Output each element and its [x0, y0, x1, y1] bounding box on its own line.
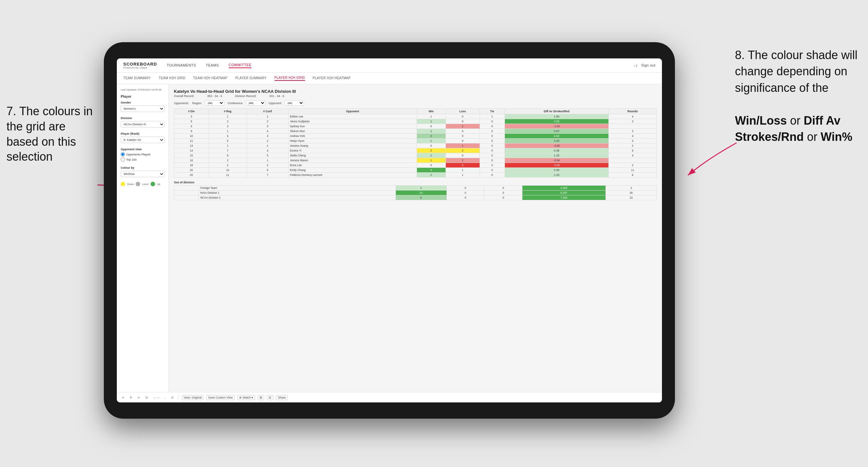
toolbar-share[interactable]: Share [276, 395, 287, 400]
cell-reg: 11 [209, 173, 247, 178]
ood-cell-tie: 0 [485, 186, 522, 190]
sub-nav-team-h2h-grid[interactable]: TEAM H2H GRID [159, 76, 185, 81]
cell-conf: 7 [247, 173, 288, 178]
opponent-view-label: Opponent view [121, 148, 164, 151]
opponent-filter-select[interactable]: (All) [285, 100, 304, 106]
opponent-view-section: Opponent view Opponents Played Top 100 [121, 148, 164, 162]
opponent-view-radio-group: Opponents Played Top 100 [121, 152, 164, 162]
cell-diff: 1.33 [504, 173, 609, 178]
cell-diff: 1.50 [504, 114, 609, 119]
cell-loss: 1 [445, 124, 479, 129]
cell-div: 10 [174, 134, 209, 138]
sign-out-link[interactable]: Sign out [641, 63, 655, 68]
sub-nav-player-h2h-heatmap[interactable]: PLAYER H2H HEATMAP [313, 76, 351, 81]
toolbar-dot[interactable]: · [164, 395, 167, 400]
cell-win: 1 [416, 129, 445, 134]
ood-cell-win: 15 [396, 190, 446, 195]
sub-nav-player-summary[interactable]: PLAYER SUMMARY [235, 76, 267, 81]
cell-opponent: Esther Lee [288, 114, 416, 119]
toolbar-layout1[interactable]: ⊞ [258, 395, 264, 400]
cell-conf: 3 [247, 124, 288, 129]
cell-opponent: Stella Cheng [288, 153, 416, 158]
toolbar-layout2[interactable]: ⊟ [267, 395, 273, 400]
toolbar-grid[interactable]: ⊡ [144, 395, 149, 400]
table-header-row: # Div # Reg # Conf Opponent Win Loss Tie… [174, 109, 657, 114]
table-row: 16 2 1 Jessica Mason 1 2 0 -0.94 [174, 158, 657, 163]
ood-cell-diff: 9.267 [522, 190, 606, 195]
nav-teams[interactable]: TEAMS [206, 63, 219, 68]
sub-nav-team-h2h-heatmap[interactable]: TEAM H2H HEATMAP [193, 76, 227, 81]
region-filter-select[interactable]: (All) [205, 100, 224, 106]
nav-links: TOURNAMENTS TEAMS COMMITTEE [167, 63, 251, 68]
cell-tie: 0 [479, 119, 504, 124]
toolbar: ↩ ↻ ↩ ⊡ ←·→ · ⊙ View: Original Save Cust… [117, 392, 662, 402]
toolbar-watch[interactable]: ⊛ Watch ▾ [237, 395, 255, 400]
cell-diff: -5.00 [504, 163, 609, 168]
radio-top100[interactable]: Top 100 [121, 157, 164, 162]
division-label: Division [121, 117, 164, 120]
gender-select[interactable]: Women's [121, 105, 164, 112]
cell-win: 1 [416, 153, 445, 158]
toolbar-back[interactable]: ↩ [136, 395, 142, 400]
ood-cell-rounds: 30 [606, 190, 657, 195]
cell-reg: 2 [209, 119, 247, 124]
colour-by-select[interactable]: Win/loss [121, 171, 164, 177]
cell-rounds [609, 124, 657, 129]
cell-loss: 0 [445, 153, 479, 158]
cell-loss: 2 [445, 148, 479, 153]
table-row: 14 7 4 Eunice Yi 2 2 0 0.38 9 [174, 148, 657, 153]
cell-reg: 5 [209, 138, 247, 144]
opponents-filter-label: Opponents: [174, 101, 189, 105]
col-win: Win [416, 109, 445, 114]
cell-loss: 0 [445, 119, 479, 124]
toolbar-view-original[interactable]: View: Original [182, 395, 204, 400]
cell-conf: 1 [247, 114, 288, 119]
division-record-value: 331 - 34 - 6 [269, 94, 284, 98]
cell-rounds: 4 [609, 153, 657, 158]
col-reg: # Reg [209, 109, 247, 114]
cell-div: 13 [174, 144, 209, 148]
cell-diff: 4.00 [504, 134, 609, 138]
h2h-table: # Div # Reg # Conf Opponent Win Loss Tie… [174, 108, 657, 178]
toolbar-nav[interactable]: ←·→ [152, 395, 161, 400]
player-rank-select[interactable]: 8. Katelyn Vo [121, 136, 164, 143]
cell-rounds: 9 [609, 148, 657, 153]
cell-diff: 1.25 [504, 153, 609, 158]
cell-opponent: Heejo Hyun [288, 138, 416, 144]
cell-opponent: Euna Lee [288, 163, 416, 168]
division-select[interactable]: NCAA Division III [121, 121, 164, 128]
cell-loss: 1 [445, 173, 479, 178]
player-rank-label: Player (Rank) [121, 132, 164, 135]
cell-conf: 6 [247, 168, 288, 173]
logo-text: SCOREBOARD [123, 62, 157, 66]
nav-bar: SCOREBOARD Powered by clippd TOURNAMENTS… [117, 58, 662, 73]
toolbar-redo[interactable]: ↻ [128, 395, 134, 400]
cell-tie: 0 [479, 148, 504, 153]
sub-nav-team-summary[interactable]: TEAM SUMMARY [123, 76, 151, 81]
table-row: 9 1 4 Sharon Mun 1 0 0 3.67 3 [174, 129, 657, 134]
cell-loss: 1 [445, 144, 479, 148]
cell-loss: 2 [445, 158, 479, 163]
radio-opponents-played[interactable]: Opponents Played [121, 152, 164, 156]
cell-div: 6 [174, 124, 209, 129]
table-row: 18 2 2 Euna Lee 0 3 0 -5.00 2 [174, 163, 657, 168]
cell-reg: 10 [209, 168, 247, 173]
cell-reg: 6 [209, 134, 247, 138]
ood-cell-spacer [174, 186, 199, 190]
ood-cell-tie: 0 [485, 195, 522, 200]
toolbar-undo[interactable]: ↩ [121, 395, 126, 400]
nav-tournaments[interactable]: TOURNAMENTS [167, 63, 196, 68]
division-section: Division NCAA Division III [121, 117, 164, 128]
cell-opponent: Federica Domecq Lacroze [288, 173, 416, 178]
annotation-right: 8. The colour shade will change dependin… [735, 47, 858, 145]
sub-nav-player-h2h-grid[interactable]: PLAYER H2H GRID [275, 76, 305, 81]
cell-reg: 7 [209, 148, 247, 153]
main-content: Last Updated: 27/03/2024 16:55:38 Player… [117, 84, 662, 392]
conference-filter-select[interactable]: (All) [246, 100, 266, 106]
cell-rounds: 4 [609, 134, 657, 138]
cell-div: 16 [174, 158, 209, 163]
toolbar-circle[interactable]: ⊙ [170, 395, 175, 400]
nav-committee[interactable]: COMMITTEE [229, 63, 252, 68]
toolbar-save-custom[interactable]: Save Custom View [206, 395, 235, 400]
cell-opponent: Eunice Yi [288, 148, 416, 153]
